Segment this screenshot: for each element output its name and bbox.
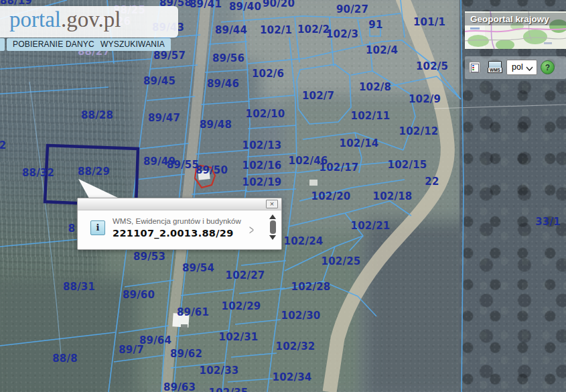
parcel-label-89-47: 89/47 (148, 112, 180, 124)
parcel-label-101-1: 101/1 (413, 16, 445, 28)
overview-map-panel[interactable]: Geoportal krajowy (465, 11, 566, 49)
info-icon: i (90, 220, 105, 235)
parcel-label-102-20: 102/20 (311, 190, 351, 202)
parcel-label-102-21: 102/21 (351, 220, 391, 232)
language-select-value: pol (512, 62, 523, 72)
parcel-label-89-7: 89/7 (119, 344, 144, 356)
parcel-label-102-35: 102/35 (209, 387, 249, 392)
parcel-label-102-27: 102/27 (226, 269, 265, 281)
parcel-label-88-31: 88/31 (63, 281, 95, 293)
help-button[interactable]: ? (541, 60, 555, 74)
parcel-label-102-9: 102/9 (409, 93, 441, 105)
parcel-label-102-18: 102/18 (373, 190, 413, 202)
parcel-label-102-11: 102/11 (351, 110, 391, 122)
parcel-label-89-57: 89/57 (153, 50, 186, 62)
parcel-label-102-15: 102/15 (388, 159, 427, 171)
parcel-label-89-40: 89/40 (229, 1, 261, 13)
logo-part-portal: portal (9, 7, 61, 31)
parcel-label-102-4: 102/4 (366, 44, 398, 56)
parcel-label-102-33: 102/33 (200, 365, 239, 377)
parcel-label-8: 8 (68, 222, 76, 235)
parcel-label-88-28: 88/28 (81, 109, 113, 121)
parcel-label-102-32: 102/32 (276, 340, 315, 352)
parcel-label-89-61: 89/61 (177, 306, 209, 318)
parcel-label-88-32: 88/32 (22, 167, 54, 179)
parcel-label-102-5: 102/5 (416, 60, 448, 72)
parcel-label-90-20: 90/20 (263, 0, 295, 9)
parcel-label-102-14: 102/14 (340, 137, 379, 149)
popup-scrollbar[interactable] (268, 213, 277, 247)
parcel-label-2: 2 (0, 139, 6, 151)
parcel-label-102-17: 102/17 (320, 161, 359, 174)
parcel-label-89-41: 89/41 (190, 0, 222, 10)
menu-button-wyszukiwania[interactable]: WYSZUKIWANIA (94, 38, 171, 51)
menu-button-partial[interactable] (0, 38, 5, 51)
parcel-label-89-63: 89/63 (163, 381, 196, 392)
logo-part-govpl: .gov.pl (61, 7, 121, 31)
parcel-label-89-60: 89/60 (123, 289, 155, 301)
parcel-label-102-16: 102/16 (242, 159, 282, 172)
popup-body: i WMS, Ewidencja gruntów i budynków 2211… (78, 210, 281, 249)
chevron-down-icon (526, 66, 533, 71)
parcel-label-102-28: 102/28 (291, 281, 331, 293)
parcel-label-102-6: 102/6 (252, 68, 284, 80)
parcel-label-102-19: 102/19 (242, 176, 282, 188)
parcel-label-102-1: 102/1 (260, 24, 292, 36)
feature-info-popup: × i WMS, Ewidencja gruntów i budynków 22… (77, 198, 282, 250)
parcel-label-102-30: 102/30 (281, 310, 321, 322)
parcel-label-22: 22 (425, 176, 439, 188)
scroll-up-icon[interactable] (269, 214, 276, 219)
parcel-label-102-12: 102/12 (399, 125, 439, 137)
close-icon[interactable]: × (266, 200, 278, 208)
parcel-label-91: 91 (368, 19, 382, 31)
overview-panel-title: Geoportal krajowy (465, 13, 566, 25)
parcel-label-102-31: 102/31 (219, 331, 259, 343)
parcel-label-102-7: 102/7 (302, 90, 334, 102)
parcel-label-102-29: 102/29 (222, 300, 261, 312)
language-select[interactable]: pol (506, 60, 537, 75)
popup-parcel-id: 221107_2.0013.88/29 (113, 228, 234, 239)
parcel-label-102-10: 102/10 (246, 108, 285, 120)
parcel-label-89-48: 89/48 (200, 119, 232, 131)
parcel-label-102-8: 102/8 (359, 81, 391, 93)
parcel-label-89-46: 89/46 (207, 78, 239, 90)
legend-icon-inner (471, 64, 479, 72)
popup-source-line: WMS, Ewidencja gruntów i budynków (113, 217, 241, 225)
parcel-label-89-45: 89/45 (143, 75, 175, 87)
legend-icon[interactable] (469, 62, 480, 73)
parcel-label-102-25: 102/25 (322, 255, 361, 267)
parcel-label-89-54: 89/54 (182, 262, 214, 274)
menu-button-pobieranie-danych[interactable]: POBIERANIE DANYCH (7, 38, 107, 51)
popup-header[interactable]: × (78, 198, 281, 210)
geoportal-logo[interactable]: portal.gov.pl (9, 9, 121, 31)
parcel-label-88-8: 88/8 (52, 352, 78, 365)
parcel-label-89-62: 89/62 (170, 348, 202, 360)
parcel-label-33-1: 33/1 (535, 216, 561, 228)
parcel-label-89-55: 89/55 (167, 159, 199, 171)
parcel-label-102-24: 102/24 (284, 235, 324, 247)
chevron-right-icon[interactable]: > (249, 222, 254, 237)
parcel-label-102-34: 102/34 (273, 371, 312, 383)
wms-icon[interactable]: WMS (487, 61, 503, 75)
map-toolbar: WMS pol ? (465, 56, 566, 79)
parcel-label-102-3: 102/3 (326, 28, 358, 40)
parcel-label-90-27: 90/27 (336, 3, 368, 15)
scroll-down-icon[interactable] (269, 235, 276, 240)
parcel-label-89-44: 89/44 (215, 24, 247, 36)
parcel-label-102-13: 102/13 (242, 139, 282, 151)
parcel-label-88-29: 88/29 (78, 166, 110, 178)
parcel-label-89-56: 89/56 (212, 52, 244, 64)
parcel-label-89-50: 89/50 (196, 164, 228, 176)
parcel-label-89-64: 89/64 (139, 334, 171, 346)
wms-icon-label: WMS (488, 68, 502, 73)
parcel-label-102-2: 102/2 (297, 23, 330, 36)
parcel-label-89-53: 89/53 (133, 251, 165, 263)
scrollbar-thumb[interactable] (270, 220, 276, 234)
